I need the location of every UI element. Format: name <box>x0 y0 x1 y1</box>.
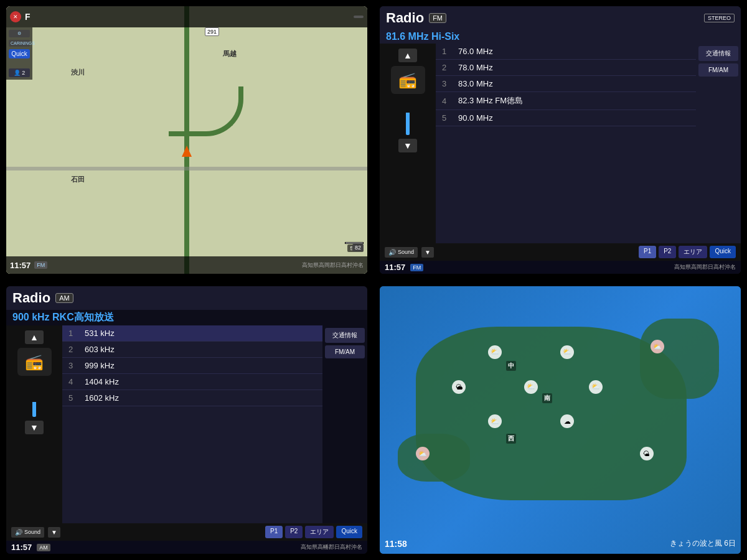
fm-up-button[interactable]: ▲ <box>398 49 417 62</box>
weather-title: きょうの波と風 6日 <box>670 538 736 549</box>
fm-radio-screen: Radio FM STEREO 81.6 MHz Hi-Six ▲ 📻 ▼ 1 <box>380 6 741 274</box>
am-preset-buttons: P1 P2 エリア Quick <box>265 526 362 538</box>
am-up-button[interactable]: ▲ <box>25 330 44 344</box>
nav-settings-btn[interactable]: ⚙ <box>9 30 30 37</box>
fm-sound-label: Sound <box>398 249 414 255</box>
fm-stereo-badge: STEREO <box>704 14 735 22</box>
weather-icon-1: ⛅ <box>488 345 502 359</box>
fm-station-1[interactable]: 1 76.0 MHz <box>436 44 696 60</box>
weather-map: ⛅ ⛅ 🌥 ⛅ ⛅ ⛅ ☁ ⛅ ⛅ 🌤 中 南 西 11:58 きょうの波と風 … <box>380 286 741 554</box>
nav-city-makoshi: 馬越 <box>223 49 237 58</box>
fm-station-freq-2: 78.0 MHz <box>458 63 690 72</box>
am-station-num-5: 5 <box>68 393 78 403</box>
nav-top-bar: ✕ F <box>6 6 367 27</box>
am-station-freq-4: 1404 kHz <box>85 377 316 386</box>
am-sound-button[interactable]: 🔊 Sound <box>11 527 44 538</box>
fm-right-buttons: 交通情報 FM/AM <box>696 44 741 243</box>
fm-band-badge: FM <box>429 13 446 23</box>
fm-station-4[interactable]: 4 82.3 MHz FM徳島 <box>436 92 696 110</box>
fm-station-num-5: 5 <box>442 113 452 123</box>
fm-scroll-down[interactable]: ▼ <box>421 247 434 258</box>
am-station-num-3: 3 <box>68 361 78 370</box>
am-station-freq-5: 1602 kHz <box>85 393 316 403</box>
am-preset-p1[interactable]: P1 <box>265 526 283 538</box>
weather-icon-4: ⛅ <box>524 380 538 394</box>
nav-curve-road <box>169 86 243 136</box>
fm-station-freq-5: 90.0 MHz <box>458 113 690 123</box>
fm-preset-buttons: P1 P2 エリア Quick <box>639 246 736 258</box>
am-main-area: ▲ 📻 ▼ 1 531 kHz 2 603 kHz <box>6 325 367 523</box>
fm-radio-icon: 📻 <box>391 66 425 94</box>
fm-station-freq-3: 83.0 MHz <box>458 79 690 88</box>
fm-footer-time: 11:57 <box>385 263 405 272</box>
am-station-1[interactable]: 1 531 kHz <box>62 325 322 342</box>
nav-main-road <box>184 6 189 274</box>
fm-station-num-1: 1 <box>442 47 452 56</box>
weather-time: 11:58 <box>385 539 407 549</box>
top-left-quadrant: 291 渋川 馬越 石田 ✕ F ⚙ CARININGS Quick 👤 2 <box>0 0 374 280</box>
nav-location: 高知県高岡郡日高村沖名 <box>302 261 364 269</box>
nav-city-shibuya: 渋川 <box>71 68 85 77</box>
nav-carinings-btn[interactable]: CARININGS <box>9 40 30 47</box>
fm-sound-button[interactable]: 🔊 Sound <box>385 247 418 258</box>
am-station-num-4: 4 <box>68 377 78 386</box>
am-station-2[interactable]: 2 603 kHz <box>62 342 322 358</box>
am-quick-button[interactable]: Quick <box>336 526 362 538</box>
fm-area-button[interactable]: エリア <box>679 246 707 258</box>
weather-icon-9: ⛅ <box>416 447 430 460</box>
fm-preset-p1[interactable]: P1 <box>639 246 656 258</box>
am-area-button[interactable]: エリア <box>305 526 334 538</box>
weather-screen: ⛅ ⛅ 🌥 ⛅ ⛅ ⛅ ☁ ⛅ ⛅ 🌤 中 南 西 11:58 きょうの波と風 … <box>380 286 741 554</box>
nav-left-sidebar: ⚙ CARININGS Quick 👤 2 <box>6 27 32 80</box>
weather-temp-1: 中 <box>506 361 516 371</box>
nav-gray-button[interactable] <box>354 16 364 18</box>
nav-letter-label: F <box>25 12 31 22</box>
fm-footer-location: 高知県高岡郡日高村沖名 <box>674 263 736 271</box>
nav-user-button[interactable]: 👤 2 <box>9 68 30 77</box>
weather-icon-2: ⛅ <box>560 345 574 359</box>
am-footer: 11:57 AM 高知県高幡郡日高村沖名 <box>6 541 367 554</box>
fm-quick-button[interactable]: Quick <box>710 246 736 258</box>
fm-sound-icon: 🔊 <box>388 249 396 256</box>
fm-down-button[interactable]: ▼ <box>398 139 417 152</box>
fm-traffic-button[interactable]: 交通情報 <box>698 46 738 61</box>
am-fm-am-button[interactable]: FM/AM <box>325 345 365 358</box>
weather-icon-3: 🌥 <box>452 380 466 394</box>
am-sound-label: Sound <box>24 529 40 535</box>
am-down-button[interactable]: ▼ <box>25 421 44 434</box>
am-scroll-down[interactable]: ▼ <box>48 527 60 538</box>
weather-island-sub1 <box>398 434 470 482</box>
am-preset-p2[interactable]: P2 <box>285 526 303 538</box>
fm-station-5[interactable]: 5 90.0 MHz <box>436 110 696 126</box>
am-traffic-button[interactable]: 交通情報 <box>325 328 365 343</box>
weather-island-sub2 <box>640 319 720 399</box>
fm-station-num-2: 2 <box>442 63 452 72</box>
am-bottom-bar: 🔊 Sound ▼ P1 P2 エリア Quick <box>6 523 367 541</box>
fm-fm-am-button[interactable]: FM/AM <box>698 63 738 77</box>
fm-station-num-3: 3 <box>442 79 452 88</box>
nav-road-number: 291 <box>205 27 219 36</box>
fm-station-3[interactable]: 3 83.0 MHz <box>436 76 696 92</box>
fm-station-list: 1 76.0 MHz 2 78.0 MHz 3 83.0 MHz 4 82.3 … <box>436 44 696 243</box>
am-band-badge: AM <box>55 293 73 303</box>
am-station-3[interactable]: 3 999 kHz <box>62 358 322 374</box>
weather-icon-10: 🌤 <box>640 447 654 460</box>
nav-map: 291 渋川 馬越 石田 ✕ F ⚙ CARININGS Quick 👤 2 <box>6 6 367 274</box>
weather-icon-5: ⛅ <box>589 380 603 394</box>
bottom-left-quadrant: Radio AM 900 kHz RKC高知放送 ▲ 📻 ▼ 1 531 kHz <box>0 280 374 560</box>
fm-station-freq-4: 82.3 MHz FM徳島 <box>458 95 690 106</box>
fm-station-2[interactable]: 2 78.0 MHz <box>436 60 696 76</box>
am-station-4[interactable]: 4 1404 kHz <box>62 374 322 390</box>
am-station-5[interactable]: 5 1602 kHz <box>62 390 322 406</box>
am-station-num-1: 1 <box>68 329 78 338</box>
fm-radio-header: Radio FM STEREO <box>380 6 741 30</box>
fm-footer-badge: FM <box>410 264 423 271</box>
am-footer-location: 高知県高幡郡日高村沖名 <box>301 543 362 551</box>
nav-position-arrow <box>182 146 192 157</box>
am-footer-badge: AM <box>37 544 50 551</box>
nav-city-ishida: 石田 <box>71 175 85 184</box>
am-radio-icon: 📻 <box>17 348 52 376</box>
am-sound-icon: 🔊 <box>15 529 22 536</box>
nav-quick-button[interactable]: Quick <box>9 49 30 58</box>
fm-preset-p2[interactable]: P2 <box>659 246 676 258</box>
